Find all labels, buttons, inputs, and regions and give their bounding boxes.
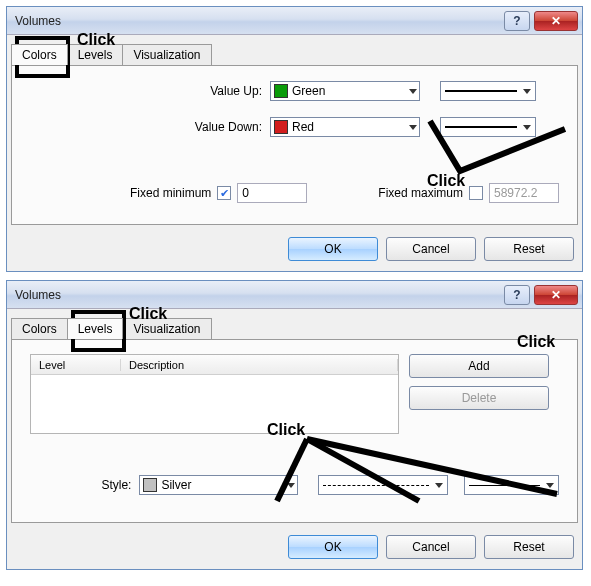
dialog-buttons: OK Cancel Reset xyxy=(7,231,582,271)
close-button[interactable]: ✕ xyxy=(534,285,578,305)
tab-colors[interactable]: Colors xyxy=(11,44,68,65)
fixed-max-input[interactable]: 58972.2 xyxy=(489,183,559,203)
tab-strip: Colors Levels Visualization xyxy=(7,309,582,339)
chevron-down-icon xyxy=(435,483,443,488)
window-title: Volumes xyxy=(15,14,500,28)
close-icon: ✕ xyxy=(551,288,561,302)
col-description[interactable]: Description xyxy=(121,359,398,371)
value-down-label: Value Down: xyxy=(30,120,270,134)
delete-label: Delete xyxy=(462,391,497,405)
tab-strip: Colors Levels Visualization xyxy=(7,35,582,65)
value-down-color-combo[interactable]: Red xyxy=(270,117,420,137)
fixed-min-input[interactable]: 0 xyxy=(237,183,307,203)
add-label: Add xyxy=(468,359,489,373)
chevron-down-icon xyxy=(523,125,531,130)
volumes-dialog-levels: Volumes ? ✕ Colors Levels Visualization … xyxy=(6,280,583,570)
fixed-min-label: Fixed minimum xyxy=(130,186,211,200)
line-preview-icon xyxy=(445,126,517,128)
tab-visualization-label: Visualization xyxy=(133,48,200,62)
color-swatch-icon xyxy=(274,120,288,134)
dialog-buttons: OK Cancel Reset xyxy=(7,529,582,569)
levels-table-header: Level Description xyxy=(31,355,398,375)
tab-colors-label: Colors xyxy=(22,322,57,336)
fixed-max-label: Fixed maximum xyxy=(378,186,463,200)
tab-colors-label: Colors xyxy=(22,48,57,62)
volumes-dialog-colors: Volumes ? ✕ Colors Levels Visualization … xyxy=(6,6,583,272)
chevron-down-icon xyxy=(409,89,417,94)
add-button[interactable]: Add xyxy=(409,354,549,378)
value-down-line-style-combo[interactable] xyxy=(440,117,536,137)
fixed-min-checkbox[interactable]: ✔ xyxy=(217,186,231,200)
cancel-label: Cancel xyxy=(412,540,449,554)
style-dash-combo[interactable] xyxy=(318,475,447,495)
levels-tab-body: Level Description Add Delete Style: Silv… xyxy=(11,339,578,523)
line-preview-icon xyxy=(445,90,517,92)
delete-button[interactable]: Delete xyxy=(409,386,549,410)
reset-button[interactable]: Reset xyxy=(484,237,574,261)
levels-table[interactable]: Level Description xyxy=(30,354,399,434)
ok-button[interactable]: OK xyxy=(288,535,378,559)
style-width-combo[interactable] xyxy=(464,475,559,495)
cancel-label: Cancel xyxy=(412,242,449,256)
tab-visualization-label: Visualization xyxy=(133,322,200,336)
help-button[interactable]: ? xyxy=(504,285,530,305)
tab-levels[interactable]: Levels xyxy=(67,44,124,65)
tab-visualization[interactable]: Visualization xyxy=(122,44,211,65)
style-color-combo[interactable]: Silver xyxy=(139,475,298,495)
col-level[interactable]: Level xyxy=(31,359,121,371)
tab-levels-label: Levels xyxy=(78,48,113,62)
titlebar: Volumes ? ✕ xyxy=(7,7,582,35)
ok-button[interactable]: OK xyxy=(288,237,378,261)
fixed-max-value: 58972.2 xyxy=(494,186,537,200)
value-up-label: Value Up: xyxy=(30,84,270,98)
check-icon: ✔ xyxy=(220,188,229,199)
close-icon: ✕ xyxy=(551,14,561,28)
titlebar: Volumes ? ✕ xyxy=(7,281,582,309)
color-swatch-icon xyxy=(143,478,157,492)
style-color-text: Silver xyxy=(161,478,191,492)
tab-levels-label: Levels xyxy=(78,322,113,336)
colors-tab-body: Value Up: Green Value Down: Red xyxy=(11,65,578,225)
dashed-line-icon xyxy=(323,485,428,486)
reset-button[interactable]: Reset xyxy=(484,535,574,559)
color-swatch-icon xyxy=(274,84,288,98)
chevron-down-icon xyxy=(546,483,554,488)
ok-label: OK xyxy=(324,242,341,256)
cancel-button[interactable]: Cancel xyxy=(386,237,476,261)
value-down-color-text: Red xyxy=(292,120,314,134)
fixed-min-value: 0 xyxy=(242,186,249,200)
chevron-down-icon xyxy=(409,125,417,130)
chevron-down-icon xyxy=(287,483,295,488)
line-preview-icon xyxy=(469,485,540,486)
chevron-down-icon xyxy=(523,89,531,94)
value-up-color-combo[interactable]: Green xyxy=(270,81,420,101)
style-label: Style: xyxy=(30,478,139,492)
reset-label: Reset xyxy=(513,540,544,554)
close-button[interactable]: ✕ xyxy=(534,11,578,31)
tab-levels[interactable]: Levels xyxy=(67,318,124,339)
fixed-max-checkbox[interactable] xyxy=(469,186,483,200)
window-title: Volumes xyxy=(15,288,500,302)
help-button[interactable]: ? xyxy=(504,11,530,31)
ok-label: OK xyxy=(324,540,341,554)
cancel-button[interactable]: Cancel xyxy=(386,535,476,559)
reset-label: Reset xyxy=(513,242,544,256)
tab-visualization[interactable]: Visualization xyxy=(122,318,211,339)
value-up-line-style-combo[interactable] xyxy=(440,81,536,101)
value-up-color-text: Green xyxy=(292,84,325,98)
tab-colors[interactable]: Colors xyxy=(11,318,68,339)
